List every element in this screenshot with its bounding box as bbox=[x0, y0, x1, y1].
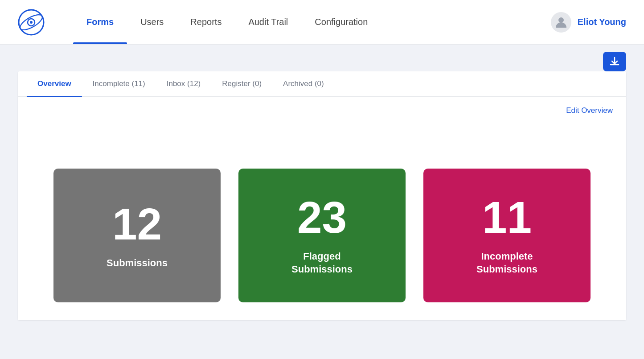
stats-area: 12 Submissions 23 FlaggedSubmissions 11 … bbox=[18, 160, 626, 320]
user-section: Eliot Young bbox=[551, 12, 626, 33]
stat-card-incomplete: 11 IncompleteSubmissions bbox=[423, 169, 591, 302]
download-area bbox=[0, 45, 644, 71]
nav-item-audit-trail[interactable]: Audit Trail bbox=[235, 0, 301, 44]
stat-card-flagged: 23 FlaggedSubmissions bbox=[238, 169, 406, 302]
tab-register[interactable]: Register (0) bbox=[211, 71, 272, 96]
nav-item-reports[interactable]: Reports bbox=[177, 0, 235, 44]
header: Forms Users Reports Audit Trail Configur… bbox=[0, 0, 644, 45]
logo-icon bbox=[18, 9, 45, 36]
tabs-bar: Overview Incomplete (11) Inbox (12) Regi… bbox=[18, 71, 626, 97]
stat-label-incomplete: IncompleteSubmissions bbox=[476, 250, 537, 276]
spacer bbox=[18, 115, 626, 133]
main-content: Overview Incomplete (11) Inbox (12) Regi… bbox=[18, 71, 626, 320]
stat-card-submissions: 12 Submissions bbox=[53, 169, 221, 302]
nav-item-forms[interactable]: Forms bbox=[73, 0, 127, 44]
stat-number-incomplete: 11 bbox=[482, 195, 532, 239]
tab-archived[interactable]: Archived (0) bbox=[272, 71, 335, 96]
stat-label-flagged: FlaggedSubmissions bbox=[291, 250, 353, 276]
tab-overview[interactable]: Overview bbox=[27, 71, 82, 96]
download-icon bbox=[610, 57, 619, 66]
stat-label-submissions: Submissions bbox=[107, 257, 168, 270]
tab-inbox[interactable]: Inbox (12) bbox=[156, 71, 212, 96]
nav-item-users[interactable]: Users bbox=[127, 0, 177, 44]
tab-incomplete[interactable]: Incomplete (11) bbox=[82, 71, 156, 96]
user-avatar-icon[interactable] bbox=[551, 12, 571, 33]
nav-links: Forms Users Reports Audit Trail Configur… bbox=[73, 0, 551, 44]
stat-number-submissions: 12 bbox=[112, 202, 162, 246]
user-name: Eliot Young bbox=[578, 17, 626, 27]
logo-wrap bbox=[18, 9, 51, 36]
edit-overview-link[interactable]: Edit Overview bbox=[566, 106, 613, 115]
overview-header: Edit Overview bbox=[18, 97, 626, 115]
download-button[interactable] bbox=[603, 52, 626, 71]
nav-item-configuration[interactable]: Configuration bbox=[301, 0, 381, 44]
stat-number-flagged: 23 bbox=[297, 195, 347, 239]
svg-point-4 bbox=[558, 17, 564, 23]
svg-point-2 bbox=[30, 21, 33, 24]
